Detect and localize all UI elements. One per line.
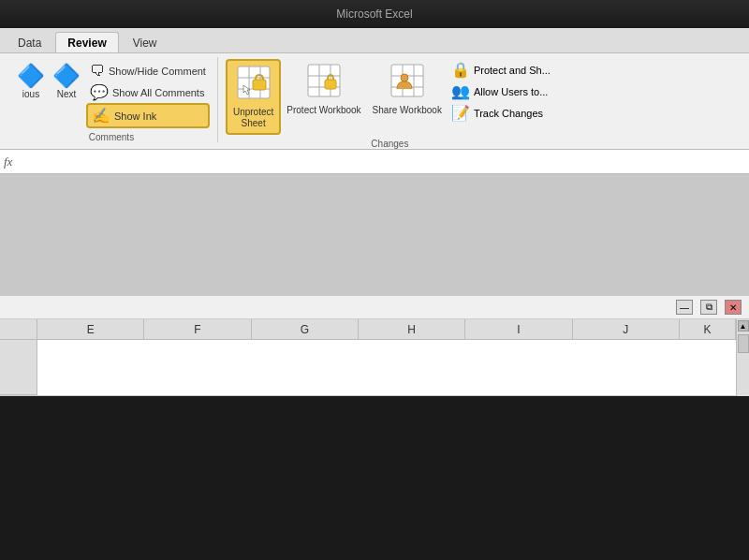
tab-view[interactable]: View: [121, 32, 169, 52]
svg-point-18: [401, 74, 408, 81]
spreadsheet-area: E F G H I J K: [0, 319, 749, 396]
changes-label: Changes: [226, 135, 554, 149]
minimize-button[interactable]: —: [676, 300, 693, 315]
fx-icon: fx: [4, 155, 12, 169]
unprotect-sheet-label: UnprotectSheet: [233, 107, 273, 129]
changes-items: UnprotectSheet: [226, 59, 554, 135]
title-bar: Microsoft Excel: [0, 0, 749, 28]
col-header-e[interactable]: E: [37, 319, 144, 339]
comment-small-buttons: 🗨 Show/Hide Comment 💬 Show All Comments …: [86, 59, 210, 128]
ribbon-container: Data Review View 🔷 ious 🔷 Next: [0, 28, 749, 150]
changes-section: UnprotectSheet: [218, 57, 562, 149]
vertical-scrollbar[interactable]: ▲: [736, 319, 749, 396]
close-button[interactable]: ✕: [725, 300, 742, 315]
scroll-up-button[interactable]: ▲: [738, 320, 749, 332]
track-changes-button[interactable]: 📝 Track Changes: [448, 102, 554, 124]
show-all-comments-button[interactable]: 💬 Show All Comments: [86, 81, 210, 103]
svg-rect-5: [253, 80, 266, 90]
show-hide-comment-button[interactable]: 🗨 Show/Hide Comment: [86, 61, 210, 81]
show-ink-button[interactable]: ✍ Show Ink: [86, 103, 210, 128]
grey-area: [0, 174, 749, 296]
share-workbook-label: Share Workbook: [373, 105, 442, 116]
col-header-f[interactable]: F: [144, 319, 251, 339]
restore-button[interactable]: ⧉: [700, 300, 717, 315]
previous-icon: 🔷: [17, 63, 45, 89]
show-hide-icon: 🗨: [90, 63, 105, 80]
unprotect-sheet-icon: [236, 65, 272, 105]
share-workbook-button[interactable]: Share Workbook: [367, 59, 448, 120]
share-workbook-icon: [389, 63, 425, 103]
unprotect-sheet-button[interactable]: UnprotectSheet: [226, 59, 281, 135]
comments-section: 🔷 ious 🔷 Next 🗨 Show/Hide Comment: [6, 57, 218, 142]
ribbon-content: 🔷 ious 🔷 Next 🗨 Show/Hide Comment: [0, 52, 749, 149]
comments-label: Comments: [13, 128, 210, 142]
protect-workbook-label: Protect Workbook: [286, 105, 360, 116]
formula-bar: fx: [0, 150, 749, 174]
col-header-k[interactable]: K: [680, 319, 736, 339]
svg-rect-12: [325, 80, 336, 89]
col-header-j[interactable]: J: [573, 319, 680, 339]
track-changes-icon: 📝: [451, 104, 470, 122]
previous-button[interactable]: 🔷 ious: [13, 59, 49, 103]
title-text: Microsoft Excel: [336, 7, 412, 21]
next-button[interactable]: 🔷 Next: [49, 59, 84, 103]
tab-data[interactable]: Data: [6, 32, 53, 52]
bottom-container: — ⧉ ✕ E F G H: [0, 296, 749, 396]
nav-buttons: 🔷 ious 🔷 Next: [13, 59, 84, 103]
comments-items: 🔷 ious 🔷 Next 🗨 Show/Hide Comment: [13, 59, 210, 128]
protect-workbook-icon: [306, 63, 342, 103]
right-small-buttons: 🔒 Protect and Sh... 👥 Allow Users to... …: [448, 59, 554, 124]
scroll-thumb[interactable]: [738, 334, 749, 353]
col-header-i[interactable]: I: [465, 319, 572, 339]
column-headers: E F G H I J K: [0, 319, 749, 340]
window-controls-row: — ⧉ ✕: [0, 296, 749, 319]
show-all-icon: 💬: [90, 83, 109, 101]
next-icon: 🔷: [52, 63, 81, 89]
col-header-g[interactable]: G: [252, 319, 359, 339]
formula-input[interactable]: [18, 155, 745, 169]
allow-users-button[interactable]: 👥 Allow Users to...: [448, 81, 554, 102]
tabs-row: Data Review View: [0, 28, 749, 52]
protect-and-share-button[interactable]: 🔒 Protect and Sh...: [448, 59, 554, 81]
protect-and-share-icon: 🔒: [451, 61, 470, 79]
show-ink-icon: ✍: [92, 107, 110, 125]
allow-users-icon: 👥: [451, 82, 470, 100]
row-num-header: [0, 319, 37, 339]
tab-review[interactable]: Review: [55, 32, 118, 52]
protect-workbook-button[interactable]: Protect Workbook: [281, 59, 366, 120]
col-header-h[interactable]: H: [359, 319, 465, 339]
